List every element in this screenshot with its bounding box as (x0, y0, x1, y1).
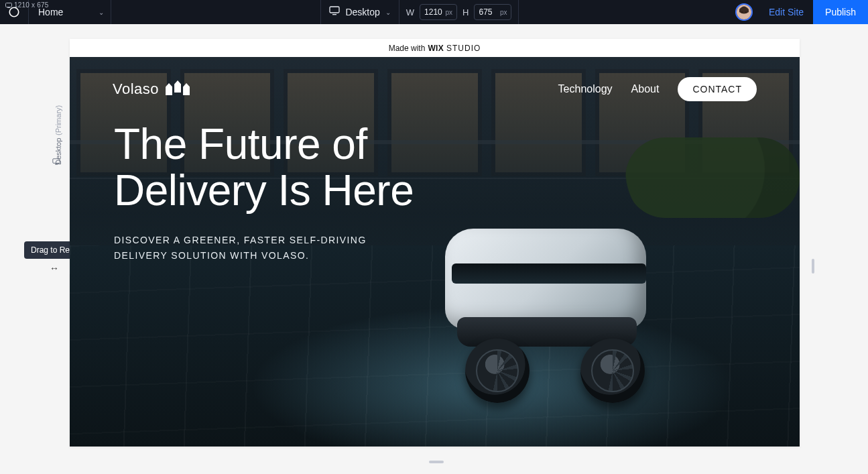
nav-about[interactable]: About (631, 83, 660, 95)
contact-button[interactable]: CONTACT (678, 77, 757, 101)
wix-studio-logo-icon (8, 6, 20, 18)
page-selector[interactable]: Home ⌄ (29, 0, 111, 24)
preview-frame[interactable]: Made with WIX STUDIO Volaso (70, 39, 800, 447)
width-value: 1210 (424, 7, 442, 17)
site-nav: Technology About CONTACT (558, 77, 757, 101)
hero-headline-line2: Delivery Is Here (114, 168, 414, 214)
resize-handle-right[interactable] (812, 259, 814, 274)
made-with-prefix: Made with (389, 44, 426, 53)
height-unit: px (500, 9, 507, 16)
hero-headline: The Future of Delivery Is Here (114, 121, 414, 214)
svg-rect-9 (53, 159, 60, 164)
edit-site-link[interactable]: Edit Site (759, 7, 813, 17)
nav-technology[interactable]: Technology (558, 83, 613, 95)
studio-wordmark: STUDIO (446, 44, 481, 53)
topbar-right-cluster: Edit Site Publish (729, 0, 868, 24)
hero-section: Volaso Technology About CONTACT The Futu… (70, 57, 800, 447)
svg-rect-3 (13, 9, 15, 16)
site-brand[interactable]: Volaso (113, 80, 190, 98)
brand-logo-icon (166, 83, 190, 95)
resize-handle-bottom[interactable] (429, 461, 444, 463)
height-input[interactable]: 675 px (474, 4, 511, 20)
brand-name: Volaso (113, 80, 159, 98)
delivery-robot-illustration (405, 229, 673, 403)
svg-point-7 (741, 11, 743, 13)
chevron-down-icon: ⌄ (99, 9, 104, 16)
wix-wordmark: WIX (428, 44, 444, 53)
hero-subtitle: DISCOVER A GREENER, FASTER SELF-DRIVING … (114, 233, 389, 263)
width-input[interactable]: 1210 px (420, 4, 457, 20)
svg-rect-5 (332, 14, 336, 15)
chevron-down-icon: ⌄ (385, 9, 391, 16)
avatar-face-icon (737, 5, 751, 19)
publish-button[interactable]: Publish (813, 0, 868, 24)
device-selector[interactable]: Desktop ⌄ (320, 0, 399, 24)
resize-handle-left[interactable]: ↔ (50, 263, 59, 274)
svg-point-8 (745, 11, 747, 13)
breakpoint-side-label: Desktop (Primary) (54, 91, 63, 165)
svg-rect-10 (55, 164, 58, 165)
breakpoint-primary: (Primary) (54, 105, 62, 135)
site-header: Volaso Technology About CONTACT (113, 77, 757, 101)
page-selector-label: Home (38, 7, 63, 17)
made-with-wix-bar: Made with WIX STUDIO (70, 39, 800, 57)
app-logo[interactable] (0, 0, 29, 24)
hero-headline-line1: The Future of (114, 121, 414, 168)
width-label: W (406, 7, 414, 17)
desktop-icon (52, 156, 60, 168)
user-avatar[interactable] (735, 3, 753, 21)
height-value: 675 (479, 7, 492, 17)
editor-topbar: 1210 x 675 Home ⌄ Desktop ⌄ W 1210 px H … (0, 0, 868, 24)
svg-rect-4 (330, 7, 339, 13)
desktop-icon (329, 6, 340, 18)
device-selector-label: Desktop (345, 7, 379, 17)
height-label: H (462, 7, 469, 17)
editor-canvas: Desktop (Primary) Drag to Resize ↔ Made … (0, 24, 868, 474)
dimension-controls: W 1210 px H 675 px (399, 0, 519, 24)
width-unit: px (446, 9, 453, 16)
